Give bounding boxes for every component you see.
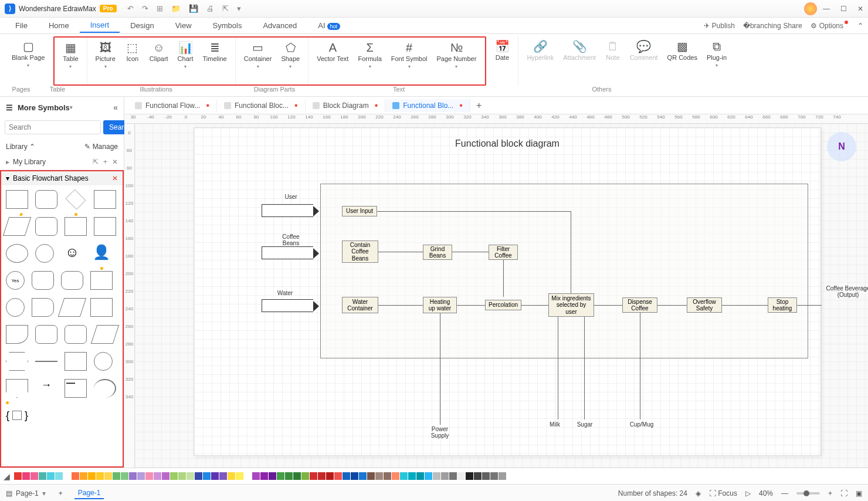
color-swatch[interactable]: [326, 472, 334, 480]
color-swatch[interactable]: [482, 472, 490, 480]
zoom-slider[interactable]: [796, 492, 820, 495]
undo-icon[interactable]: ↶: [127, 4, 134, 13]
label-sugar[interactable]: Sugar: [574, 421, 595, 428]
color-swatch[interactable]: [416, 472, 424, 480]
color-swatch[interactable]: [244, 472, 252, 480]
mylib-close-icon[interactable]: ✕: [112, 158, 118, 166]
color-swatch[interactable]: [96, 472, 104, 480]
color-swatch[interactable]: [137, 472, 145, 480]
arrow-water[interactable]: [262, 299, 313, 312]
page-tab[interactable]: Page-1: [74, 488, 104, 499]
block-stop[interactable]: Stop heating: [768, 297, 797, 313]
color-swatch[interactable]: [318, 472, 326, 480]
shape-trap[interactable]: [91, 325, 119, 344]
arrow-user[interactable]: [262, 204, 313, 217]
menu-view[interactable]: View: [165, 19, 202, 32]
shape-terminator[interactable]: [35, 217, 57, 236]
color-swatch[interactable]: [392, 472, 399, 480]
block-contain[interactable]: Contain Coffee Beans: [342, 241, 378, 263]
color-swatch[interactable]: [400, 472, 408, 480]
shape-display[interactable]: [35, 325, 57, 344]
color-swatch[interactable]: [88, 472, 96, 480]
add-page-button[interactable]: +: [59, 489, 63, 497]
redo-icon[interactable]: ↷: [142, 4, 148, 13]
block-water[interactable]: Water Container: [342, 297, 378, 313]
color-swatch[interactable]: [408, 472, 416, 480]
label-cup[interactable]: Cup/Mug: [627, 421, 656, 428]
color-swatch[interactable]: [14, 472, 22, 480]
block-percolation[interactable]: Percolation: [485, 300, 521, 310]
export-icon[interactable]: ⇱: [222, 4, 229, 13]
shape-hex[interactable]: [6, 352, 28, 371]
arrow-coffee[interactable]: [262, 246, 313, 259]
shape-rect3[interactable]: [90, 298, 113, 317]
add-tab-button[interactable]: +: [470, 98, 487, 113]
block-user-input[interactable]: User Input: [342, 206, 377, 216]
shape-manual[interactable]: [58, 298, 86, 317]
color-swatch[interactable]: [343, 472, 350, 480]
block-filter[interactable]: Filter Coffee: [489, 245, 518, 260]
color-swatch[interactable]: [129, 472, 137, 480]
doc-tab[interactable]: Functional Flow...•: [128, 99, 217, 112]
color-swatch[interactable]: [63, 472, 71, 480]
manage-button[interactable]: ✎ Manage: [84, 143, 118, 151]
color-swatch[interactable]: [154, 472, 161, 480]
color-swatch[interactable]: [252, 472, 260, 480]
color-swatch[interactable]: [351, 472, 358, 480]
color-swatch[interactable]: [499, 472, 506, 480]
menu-home[interactable]: Home: [38, 19, 80, 32]
color-swatch[interactable]: [359, 472, 367, 480]
shape-rect2[interactable]: [94, 190, 116, 209]
color-swatch[interactable]: [187, 472, 194, 480]
ai-assistant-badge[interactable]: N: [827, 132, 856, 161]
collapse-ribbon-icon[interactable]: ⌃: [857, 22, 863, 30]
menu-design[interactable]: Design: [120, 19, 164, 32]
ribbon-icon[interactable]: ⬚Icon: [120, 39, 145, 64]
shape-direct[interactable]: [32, 298, 54, 317]
fit-page-icon[interactable]: ⛶: [840, 489, 847, 497]
shape-delay[interactable]: [65, 325, 87, 344]
fill-bucket-icon[interactable]: ◢: [4, 472, 10, 481]
label-user[interactable]: User: [276, 194, 306, 200]
color-swatch[interactable]: [433, 472, 440, 480]
shape-connector[interactable]: [35, 244, 54, 263]
print-icon[interactable]: 🖨: [206, 4, 214, 13]
shape-user[interactable]: 👤: [90, 244, 113, 263]
color-swatch[interactable]: [474, 472, 482, 480]
color-swatch[interactable]: [449, 472, 457, 480]
canvas[interactable]: Functional block diagram User Coffee Bea…: [135, 124, 868, 468]
publish-button[interactable]: ✈ Publish: [704, 22, 735, 30]
color-swatch[interactable]: [490, 472, 498, 480]
ribbon-clipart[interactable]: ☺Clipart: [145, 39, 173, 64]
block-dispense[interactable]: Dispense Coffee: [622, 297, 657, 313]
view-3d-icon[interactable]: ◈: [696, 489, 701, 497]
color-swatch[interactable]: [277, 472, 284, 480]
color-swatch[interactable]: [441, 472, 449, 480]
color-swatch[interactable]: [104, 472, 112, 480]
color-swatch[interactable]: [301, 472, 309, 480]
color-swatch[interactable]: [384, 472, 391, 480]
shape-circ3[interactable]: [94, 352, 113, 371]
diagram-title[interactable]: Functional block diagram: [455, 138, 560, 149]
color-swatch[interactable]: [47, 472, 55, 480]
ribbon-chart[interactable]: 📊Chart▾: [173, 39, 198, 70]
shape-note[interactable]: ▬▬▬: [65, 379, 87, 398]
color-swatch[interactable]: [269, 472, 276, 480]
mylib-label[interactable]: My Library: [13, 158, 46, 166]
color-swatch[interactable]: [113, 472, 120, 480]
page-selector[interactable]: Page-1: [16, 489, 39, 497]
shape-person[interactable]: ☺: [61, 244, 83, 263]
ribbon-container[interactable]: ▭Container▾: [239, 39, 277, 70]
open-icon[interactable]: 📁: [171, 4, 181, 13]
category-header[interactable]: ▾ Basic Flowchart Shapes ✕: [0, 170, 124, 185]
shape-doc[interactable]: [6, 325, 28, 344]
label-water[interactable]: Water: [270, 290, 300, 296]
color-swatch[interactable]: [457, 472, 465, 480]
shape-arrow[interactable]: →: [35, 379, 57, 398]
menu-ai[interactable]: AIhot: [307, 19, 351, 32]
color-swatch[interactable]: [72, 472, 79, 480]
block-heating[interactable]: Heating up water: [423, 297, 457, 313]
shape-decision[interactable]: [66, 189, 86, 210]
present-icon[interactable]: ▷: [745, 489, 751, 497]
hamburger-icon[interactable]: ☰: [6, 103, 13, 112]
